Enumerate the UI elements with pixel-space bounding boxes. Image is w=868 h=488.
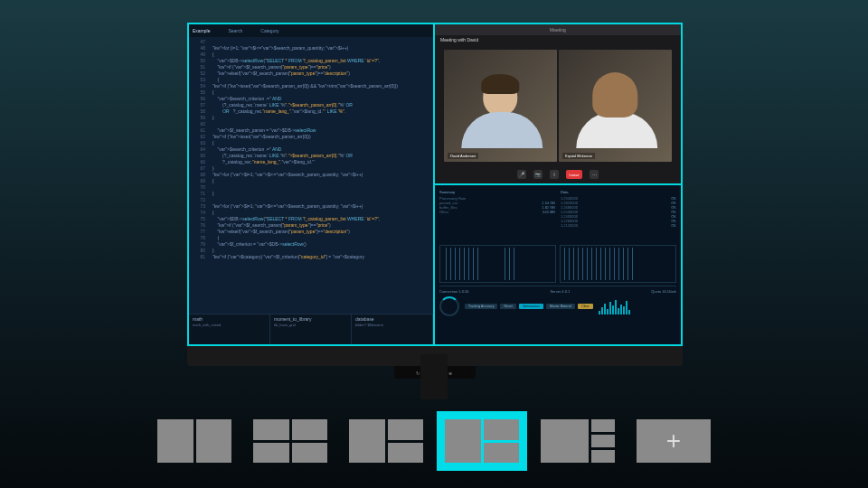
server-label: Server 4.0.1 <box>550 289 570 294</box>
participant-name: Krystal Mckerran <box>562 153 595 159</box>
panel-database[interactable]: database bilder*/ $filename <box>352 314 433 344</box>
share-icon[interactable]: ⇪ <box>550 170 559 179</box>
editor-tab-bar: Example Search Category <box>189 24 433 37</box>
code-editor-pane: Example Search Category 4748"kw">for (i=… <box>189 24 435 344</box>
dash-button[interactable]: Tracking Accuracy <box>465 304 497 309</box>
screen: Example Search Category 4748"kw">for (i=… <box>187 23 683 346</box>
layout-option-grid-4[interactable] <box>253 419 327 463</box>
port-icon: ⊕ <box>448 371 454 375</box>
dashboard-pane: Summary Processing Rateparsed_csv2.54 GB… <box>435 185 681 344</box>
dash-button[interactable]: Optimization <box>519 304 543 309</box>
bar-chart <box>599 298 630 314</box>
camera-icon[interactable]: 📷 <box>533 170 542 179</box>
layout-option-add[interactable]: + <box>637 419 711 463</box>
dash-summary: Summary Processing Rateparsed_csv2.54 GB… <box>439 190 555 242</box>
mic-icon[interactable]: 🎤 <box>517 170 526 179</box>
layout-option-left-stack[interactable] <box>349 419 423 463</box>
right-stack: Meeting Meeting with David David Anderse… <box>435 24 681 344</box>
video-meeting-pane: Meeting Meeting with David David Anderse… <box>435 24 681 185</box>
waveform-row <box>439 245 676 283</box>
monitor-frame: Example Search Category 4748"kw">for (i=… <box>187 23 683 366</box>
dash-button[interactable]: Reset <box>500 304 515 309</box>
participant-tile[interactable]: Krystal Mckerran <box>559 50 672 162</box>
quota-label: Quota 16.1k/wk <box>651 289 676 294</box>
participant-name: David Andersen <box>448 153 478 159</box>
dash-button[interactable]: Clear <box>578 304 592 309</box>
editor-tab[interactable]: Search <box>228 28 242 33</box>
meeting-controls: 🎤 📷 ⇪ Leave ⋯ <box>435 165 681 183</box>
editor-tab[interactable]: Example <box>193 28 210 33</box>
waveform[interactable] <box>439 245 556 283</box>
monitor-stand <box>420 354 448 399</box>
dash-data: Data 1.2940000OK1.2820000OK1.2680000OK1.… <box>561 190 676 242</box>
leave-button[interactable]: Leave <box>566 170 582 179</box>
layout-option-left-big-right-2[interactable] <box>445 419 519 463</box>
waveform[interactable] <box>560 245 676 283</box>
connection-label: Connection 1.0.56 <box>439 289 468 294</box>
layout-option-split-2[interactable] <box>157 419 231 463</box>
code-area[interactable]: 4748"kw">for (i=1; "var">$i<="var">$sear… <box>189 37 433 314</box>
gauge-icon <box>439 296 459 316</box>
meeting-tab-label[interactable]: Meeting with David <box>435 35 484 44</box>
plus-icon: + <box>666 427 681 455</box>
more-icon[interactable]: ⋯ <box>590 170 599 179</box>
video-grid: David Andersen Krystal Mckerran <box>435 35 681 165</box>
layout-picker: + <box>0 419 868 463</box>
meeting-window-title: Meeting <box>435 24 681 35</box>
editor-bottom-panels: math math_with_mixed moment_to_library l… <box>189 314 433 344</box>
panel-math[interactable]: math math_with_mixed <box>189 314 270 344</box>
dash-button[interactable]: Master Material <box>546 304 575 309</box>
panel-moment[interactable]: moment_to_library lib_have_grid <box>270 314 352 344</box>
editor-tab[interactable]: Category <box>260 28 278 33</box>
layout-option-left-big-right-3[interactable] <box>541 419 615 463</box>
participant-tile[interactable]: David Andersen <box>444 50 557 162</box>
